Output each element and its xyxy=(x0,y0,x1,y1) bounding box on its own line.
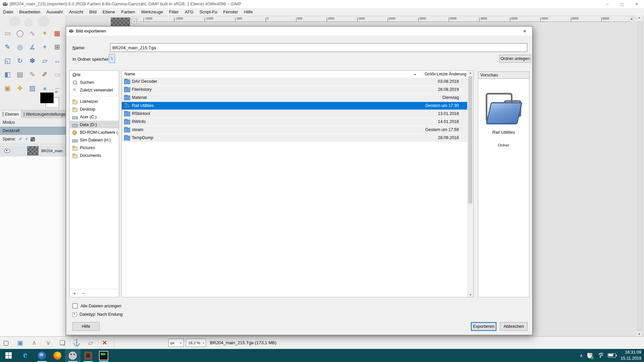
taskbar-clock[interactable]: 16:31:09 15.11.2019 xyxy=(621,350,641,361)
tool-button[interactable]: ∿ xyxy=(27,27,38,39)
layer-action-button[interactable]: ✕ xyxy=(100,338,109,347)
battery-icon[interactable] xyxy=(608,353,616,358)
menu-item[interactable]: Farben xyxy=(118,9,138,14)
menu-item[interactable]: Auswahl xyxy=(43,9,66,14)
taskbar-app-button[interactable] xyxy=(19,349,34,362)
menu-item[interactable]: Ebene xyxy=(100,9,118,14)
place-item[interactable]: Suchen xyxy=(70,78,119,86)
tool-button[interactable]: ✎ xyxy=(27,69,38,80)
tool-button[interactable]: ✶ xyxy=(39,27,50,39)
wifi-icon[interactable] xyxy=(597,353,603,358)
zoom-dropdown[interactable]: 18,2 %∨ xyxy=(186,339,206,347)
file-row[interactable]: Material Dienstag xyxy=(122,94,468,102)
tool-button[interactable]: ✽ xyxy=(27,55,38,66)
layer-action-button[interactable]: ⚓ xyxy=(72,338,81,347)
layer-row[interactable]: BR204_main_215. xyxy=(0,145,66,157)
layer-visibility-eye-icon[interactable] xyxy=(4,149,10,153)
tool-button[interactable]: ▨ xyxy=(27,82,38,94)
scroll-up-icon[interactable]: ▲ xyxy=(468,71,473,74)
create-folder-button[interactable]: Ordner anlegen xyxy=(499,55,531,63)
layer-action-button[interactable]: ▣ xyxy=(15,338,25,347)
canvas-menu-icon[interactable]: ◂ xyxy=(631,17,632,20)
menu-item[interactable]: ATG xyxy=(182,9,197,14)
foreground-color-swatch[interactable] xyxy=(40,93,54,103)
scroll-up-icon[interactable]: ▲ xyxy=(637,16,642,19)
place-item[interactable]: Sim Dateien (H:) xyxy=(70,136,119,144)
lock-alpha-icon[interactable] xyxy=(31,137,35,141)
place-item[interactable]: Data (D:) xyxy=(70,121,119,128)
opacity-slider[interactable]: Deckkraft xyxy=(0,127,66,135)
window-control-button[interactable]: ▢ xyxy=(614,0,629,8)
tool-button[interactable]: ▭ xyxy=(2,27,13,39)
column-name[interactable]: Name xyxy=(124,72,135,76)
column-size[interactable]: Größe xyxy=(423,72,436,78)
filename-input[interactable]: BR204_main_215.Tga xyxy=(110,43,527,52)
path-crumb-button[interactable]: \ xyxy=(109,54,115,63)
window-control-button[interactable]: ─ xyxy=(600,0,614,8)
add-place-button[interactable]: + xyxy=(73,291,76,296)
scroll-down-icon[interactable]: ▼ xyxy=(468,293,473,296)
dialog-titlebar[interactable]: Bild exportieren xyxy=(66,26,532,36)
place-item[interactable]: Acer (C:) xyxy=(70,113,119,121)
tool-button[interactable]: ◎ xyxy=(14,41,25,52)
dialog-close-icon[interactable]: ✕ xyxy=(517,26,532,36)
dock-tab[interactable]: Werkzeugeinstellungen xyxy=(21,110,66,118)
place-item[interactable]: Pictures xyxy=(70,144,119,152)
help-button[interactable]: Hilfe xyxy=(72,322,100,331)
menu-item[interactable]: Werkzeuge xyxy=(138,9,166,14)
cancel-button[interactable]: Abbrechen xyxy=(500,322,528,331)
file-row[interactable]: DAV Decoder 03.08.2018 xyxy=(122,78,468,86)
tool-button[interactable]: + xyxy=(39,41,50,52)
place-item[interactable]: Lokheizer xyxy=(70,98,119,105)
layer-action-button[interactable]: ❏ xyxy=(58,338,67,347)
layer-action-button[interactable]: ∨ xyxy=(44,338,53,347)
filetype-expander[interactable]: Dateityp: Nach Endung xyxy=(72,312,123,317)
place-item[interactable]: Zuletzt verwendet xyxy=(70,86,119,94)
menu-item[interactable]: Datei xyxy=(0,9,16,14)
menu-item[interactable]: Hilfe xyxy=(241,9,256,14)
remove-place-button[interactable]: − xyxy=(82,291,85,296)
tool-button[interactable]: ◱ xyxy=(2,55,13,66)
place-item[interactable]: Documents xyxy=(70,152,119,159)
menu-item[interactable]: Bild xyxy=(86,9,100,14)
lock-position-icon[interactable]: + xyxy=(25,137,28,141)
file-row[interactable]: RSbintool 13.01.2018 xyxy=(122,110,468,118)
taskbar-app-button[interactable] xyxy=(34,349,50,362)
start-button[interactable] xyxy=(5,352,12,359)
tool-button[interactable]: ▤ xyxy=(14,69,25,80)
expander-plus-icon[interactable] xyxy=(72,312,77,317)
menu-item[interactable]: Filter xyxy=(166,9,182,14)
tool-button[interactable]: ▦ xyxy=(52,27,63,39)
scrollbar-thumb[interactable] xyxy=(637,21,642,330)
menu-item[interactable]: Fenster xyxy=(220,9,241,14)
swap-colors-icon[interactable]: ⇄ xyxy=(55,90,58,94)
hidden-icons-chevron-icon[interactable]: ∧ xyxy=(580,353,583,358)
layer-action-button[interactable]: ▢ xyxy=(1,338,11,347)
canvas-vertical-scrollbar[interactable]: ▲ ▼ xyxy=(636,15,642,336)
window-control-button[interactable]: ✕ xyxy=(629,0,644,8)
place-item[interactable] xyxy=(70,94,119,96)
file-list-scrollbar[interactable]: ▲ ▼ xyxy=(467,71,473,297)
tool-button[interactable]: ∡ xyxy=(27,41,38,52)
export-button[interactable]: Exportieren xyxy=(471,322,496,331)
tool-button[interactable]: ✎ xyxy=(2,41,13,52)
file-row[interactable]: steam Gestern um 17:59 xyxy=(122,126,468,134)
menu-item[interactable]: Bearbeiten xyxy=(16,9,43,14)
tool-button[interactable]: ⊞ xyxy=(52,41,63,52)
tool-button[interactable]: ✚ xyxy=(14,82,25,94)
menu-item[interactable]: Script-Fu xyxy=(197,9,220,14)
taskbar-app-button[interactable] xyxy=(80,349,96,362)
file-row[interactable]: RWInfo 14.01.2018 xyxy=(122,118,468,126)
taskbar-app-button[interactable] xyxy=(65,349,80,362)
image-tab-close-icon[interactable]: ✕ xyxy=(131,19,137,24)
taskbar-app-button[interactable] xyxy=(96,349,111,362)
unit-dropdown[interactable]: px∨ xyxy=(168,339,184,347)
tool-button[interactable]: ◧ xyxy=(2,69,13,80)
scrollbar-thumb[interactable] xyxy=(468,76,472,203)
file-row[interactable]: FileHistory 26.08.2019 xyxy=(122,86,468,94)
file-row[interactable]: Rail Utilities Gestern um 17:30 xyxy=(122,102,468,110)
tool-button[interactable]: ↻ xyxy=(14,55,25,66)
preview-header[interactable]: Vorschau xyxy=(478,71,529,79)
column-modified[interactable]: Letzte Änderung xyxy=(435,72,466,78)
place-item[interactable]: Desktop xyxy=(70,105,119,113)
